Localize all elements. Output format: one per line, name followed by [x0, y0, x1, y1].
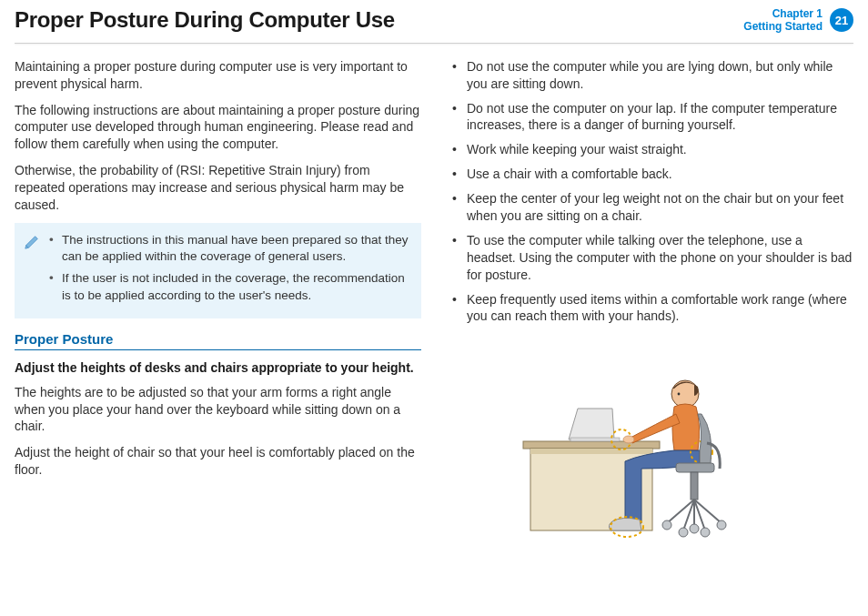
chapter-line2: Getting Started — [743, 20, 823, 33]
note-item: If the user is not included in the cover… — [49, 270, 410, 303]
note-icon — [24, 234, 40, 250]
svg-point-20 — [701, 528, 710, 537]
intro-paragraph-3: Otherwise, the probability of (RSI: Repe… — [15, 162, 421, 214]
right-column: Do not use the computer while you are ly… — [447, 58, 853, 560]
page-title: Proper Posture During Computer Use — [15, 7, 395, 33]
sub-heading-adjust-heights: Adjust the heights of desks and chairs a… — [15, 359, 421, 377]
chapter-block: Chapter 1 Getting Started 21 — [743, 7, 853, 34]
svg-point-18 — [717, 520, 726, 530]
chapter-line1: Chapter 1 — [743, 7, 823, 20]
list-item: Keep the center of your leg weight not o… — [447, 190, 853, 225]
intro-paragraph-2: The following instructions are about mai… — [15, 102, 421, 154]
svg-point-17 — [662, 520, 671, 530]
header-divider — [15, 43, 853, 44]
list-item: To use the computer while talking over t… — [447, 232, 853, 284]
content-area: Maintaining a proper posture during comp… — [0, 49, 868, 560]
note-box: The instructions in this manual have bee… — [15, 223, 421, 318]
svg-rect-2 — [530, 449, 652, 454]
list-item: Keep frequently used items within a comf… — [447, 291, 853, 326]
list-item: Use a chair with a comfortable back. — [447, 166, 853, 183]
svg-point-21 — [690, 524, 699, 533]
svg-point-19 — [679, 528, 688, 537]
section-heading-proper-posture: Proper Posture — [15, 331, 421, 350]
left-column: Maintaining a proper posture during comp… — [15, 58, 421, 560]
svg-rect-11 — [691, 472, 698, 500]
svg-rect-10 — [676, 463, 714, 472]
posture-illustration — [447, 341, 853, 560]
intro-paragraph-1: Maintaining a proper posture during comp… — [15, 58, 421, 93]
svg-rect-0 — [523, 441, 660, 449]
page-header: Proper Posture During Computer Use Chapt… — [0, 0, 868, 43]
chapter-text: Chapter 1 Getting Started — [743, 7, 823, 34]
list-item: Do not use the computer on your lap. If … — [447, 100, 853, 135]
svg-point-7 — [623, 436, 634, 443]
list-item: Do not use the computer while you are ly… — [447, 58, 853, 93]
guidelines-list: Do not use the computer while you are ly… — [447, 58, 853, 326]
body-paragraph-5: Adjust the height of chair so that your … — [15, 444, 421, 479]
body-paragraph-4: The heights are to be adjusted so that y… — [15, 384, 421, 436]
list-item: Work while keeping your waist straight. — [447, 141, 853, 158]
page-number-badge: 21 — [830, 8, 853, 32]
svg-point-6 — [677, 393, 680, 396]
note-item: The instructions in this manual have bee… — [49, 232, 410, 265]
